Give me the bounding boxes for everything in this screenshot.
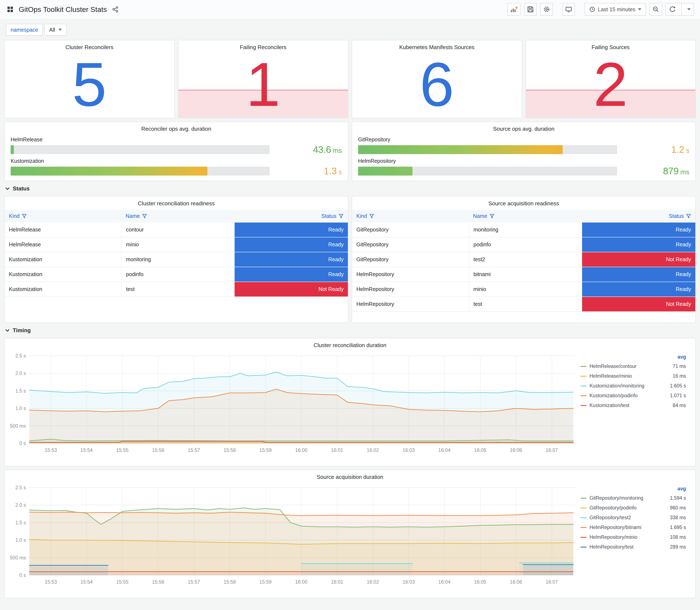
svg-text:16:03: 16:03 [403, 579, 415, 585]
dashboards-grid-icon[interactable] [6, 3, 14, 16]
table-body: HelmReleasecontourReadyHelmReleaseminioR… [5, 223, 348, 297]
zoom-out-time-button[interactable] [649, 3, 662, 16]
column-header-status[interactable]: Status [582, 210, 695, 223]
legend-item[interactable]: GitRepository/podinfo980 ms [581, 503, 688, 513]
grafana-dashboard: GitOps Toolkit Cluster Stats Last 15 min… [0, 0, 700, 606]
column-header-status[interactable]: Status [234, 210, 348, 223]
share-button[interactable] [111, 3, 120, 16]
legend-item[interactable]: GitRepository/monitoring1.594 s [581, 493, 688, 503]
series-color-dash [581, 366, 587, 367]
table-body: GitRepositorymonitoringReadyGitRepositor… [352, 223, 695, 312]
cell-kind: Kustomization [5, 252, 121, 267]
gauge-panels-row: Reconciler ops avg. duration HelmRelease… [4, 122, 696, 181]
refresh-interval-dropdown[interactable] [684, 3, 694, 15]
timeseries-panel: Source acquisition duration 0 s500 ms1.0… [4, 470, 696, 598]
series-avg-value: 289 ms [670, 544, 688, 550]
panel-title[interactable]: Kubernetes Manifests Sources [352, 41, 522, 51]
variable-namespace-label[interactable]: namespace [6, 24, 43, 36]
column-header-name[interactable]: Name [121, 210, 234, 223]
refresh-button[interactable] [666, 3, 679, 15]
time-range-picker[interactable]: Last 15 minutes [584, 3, 646, 16]
panel-title[interactable]: Failing Sources [526, 41, 696, 51]
legend-item[interactable]: HelmRepository/minio108 ms [581, 532, 688, 542]
gauge-track [358, 145, 617, 154]
section-status[interactable]: Status [5, 185, 695, 192]
dashboard-settings-button[interactable] [540, 3, 553, 16]
series-avg-value: 1.695 s [670, 525, 688, 530]
series-avg-value: 980 ms [670, 505, 688, 511]
page-title: GitOps Toolkit Cluster Stats [19, 5, 107, 14]
svg-text:16:01: 16:01 [331, 447, 343, 453]
filter-funnel-icon [489, 214, 494, 219]
svg-text:16:06: 16:06 [510, 579, 522, 585]
series-name: Kustomization/podinfo [589, 393, 637, 399]
table-row: KustomizationpodinfoReady [5, 267, 348, 282]
gauge-track [358, 167, 617, 176]
status-badge: Not Ready [234, 282, 348, 296]
gauge-value: 879ms [617, 166, 689, 176]
bar-chart-plus-icon [510, 6, 518, 13]
svg-text:2.5 s: 2.5 s [15, 353, 26, 358]
save-dashboard-button[interactable] [524, 3, 537, 16]
cycle-view-button[interactable] [562, 3, 575, 16]
chevron-down-icon [687, 8, 691, 11]
column-header-kind[interactable]: Kind [352, 210, 469, 223]
save-icon [527, 6, 534, 13]
chevron-down-icon [638, 8, 641, 11]
legend-item[interactable]: HelmRelease/contour71 ms [581, 362, 688, 371]
svg-text:15:53: 15:53 [45, 579, 57, 585]
status-badge: Ready [582, 237, 695, 252]
chart-plot-area[interactable]: 0 s500 ms1.0 s1.5 s2.0 s2.5 s15:5315:541… [6, 482, 578, 598]
panel-title[interactable]: Cluster Reconcilers [5, 41, 174, 51]
chevron-down-icon [59, 29, 62, 31]
panel-title[interactable]: Cluster reconciliation readiness [5, 197, 348, 207]
series-name: HelmRelease/contour [589, 364, 636, 369]
series-color-dash [581, 395, 587, 396]
gauge-rows: GitRepository 1.2s HelmRepository 879ms [352, 133, 695, 176]
cell-kind: HelmRepository [352, 297, 469, 311]
legend-item[interactable]: HelmRepository/test289 ms [581, 542, 688, 552]
chart-plot-area[interactable]: 0 s500 ms1.0 s1.5 s2.0 s2.5 s15:5315:541… [6, 351, 578, 466]
column-header-kind[interactable]: Kind [5, 210, 121, 223]
status-badge: Ready [582, 267, 695, 282]
cell-kind: HelmRepository [352, 282, 469, 296]
column-header-name[interactable]: Name [469, 210, 582, 223]
variable-namespace-value-dropdown[interactable]: All [45, 24, 66, 36]
legend-item[interactable]: Kustomization/monitoring1.605 s [581, 381, 688, 391]
svg-text:500 ms: 500 ms [10, 555, 26, 560]
svg-text:16:02: 16:02 [367, 447, 379, 453]
status-badge: Ready [582, 282, 695, 296]
panel-title[interactable]: Cluster reconciliation duration [5, 338, 695, 349]
panel-title[interactable]: Failing Reconcilers [179, 41, 348, 51]
legend-item[interactable]: HelmRepository/bitnami1.695 s [581, 523, 688, 532]
svg-text:16:01: 16:01 [331, 579, 343, 585]
panel-title[interactable]: Source ops avg. duration [352, 122, 695, 133]
panel-title[interactable]: Source acquisition duration [5, 470, 695, 481]
legend-item[interactable]: GitRepository/test2338 ms [581, 513, 688, 523]
table-row: HelmReleaseminioReady [5, 237, 348, 252]
svg-text:16:07: 16:07 [546, 579, 558, 585]
panel-title[interactable]: Source acquisition readiness [352, 197, 695, 207]
series-avg-value: 16 ms [672, 373, 688, 379]
table-row: GitRepositorypodinfoReady [352, 237, 695, 252]
template-variables-row: namespace All [0, 19, 700, 40]
legend-item[interactable]: HelmRelease/minio16 ms [581, 371, 688, 381]
series-avg-value: 1.605 s [670, 383, 688, 389]
svg-text:2.5 s: 2.5 s [15, 485, 26, 490]
svg-text:15:58: 15:58 [224, 579, 236, 585]
legend-item[interactable]: Kustomization/test84 ms [581, 401, 688, 411]
section-title: Status [13, 185, 30, 192]
legend-item[interactable]: Kustomization/podinfo1.071 s [581, 391, 688, 401]
add-panel-button[interactable] [507, 3, 521, 16]
series-name: GitRepository/podinfo [589, 505, 636, 511]
gauge-label: Kustomization [11, 158, 342, 164]
bar-gauge-panel: Source ops avg. duration GitRepository 1… [352, 122, 696, 181]
table-panel: Source acquisition readiness KindNameSta… [352, 196, 696, 323]
chart-row: Source acquisition duration 0 s500 ms1.0… [4, 470, 696, 598]
dashboard-header: GitOps Toolkit Cluster Stats Last 15 min… [0, 0, 700, 19]
panel-title[interactable]: Reconciler ops avg. duration [5, 122, 348, 133]
table: KindNameStatus HelmReleasecontourReadyHe… [5, 210, 348, 297]
section-timing[interactable]: Timing [5, 327, 695, 334]
stat-value: 1 [246, 53, 280, 115]
clock-icon [589, 6, 596, 13]
